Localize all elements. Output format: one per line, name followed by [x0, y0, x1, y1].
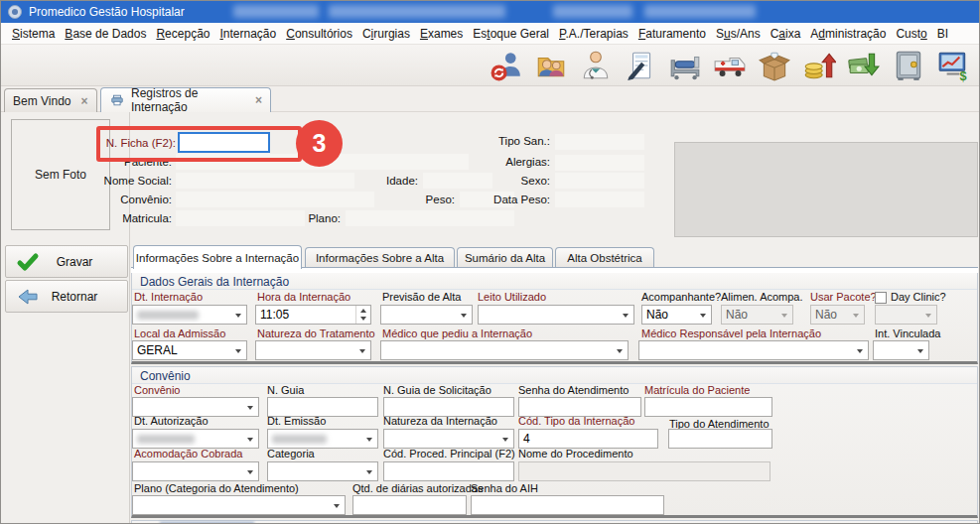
tipo-atendimento-input[interactable] [668, 429, 772, 449]
natureza-internacao-combobox[interactable] [383, 429, 514, 449]
menu-item-faturamento[interactable]: Faturamento [633, 27, 711, 41]
redacted-date [137, 435, 195, 444]
ambulance-icon[interactable] [712, 48, 748, 83]
acomodacao-cobrada-label: Acomodação Cobrada [134, 448, 242, 459]
senha-aih-input[interactable] [471, 495, 664, 515]
dropdown-arrow-icon[interactable] [354, 341, 370, 359]
menu-item-exames[interactable]: Exames [415, 27, 468, 41]
annotation-box [96, 126, 302, 162]
menu-item-caixa[interactable]: Caixa [766, 27, 806, 41]
dropdown-arrow-icon[interactable] [695, 306, 711, 324]
gravar-button[interactable]: Gravar [5, 245, 128, 278]
close-tab-icon[interactable]: × [255, 93, 262, 107]
patient-notes-panel[interactable] [674, 142, 978, 237]
money-up-icon[interactable] [801, 48, 837, 83]
medico-pediu-combobox[interactable] [380, 340, 629, 360]
peso-label: Peso: [395, 194, 455, 205]
form-tab-alta-obst-trica[interactable]: Alta Obstétrica [555, 247, 654, 268]
convenio-label: Convênio: [92, 194, 172, 205]
form-tab-informa-es-sobre-a-alta[interactable]: Informações Sobre a Alta [305, 247, 455, 268]
redacted-date [272, 435, 327, 444]
cod-tipo-internacao-input[interactable]: 4 [518, 429, 658, 449]
cod-proced-principal-input[interactable] [383, 461, 514, 481]
natureza-tratamento-combobox[interactable] [255, 340, 371, 360]
leito-utilizado-combobox[interactable] [478, 305, 634, 325]
money-down-icon[interactable] [846, 48, 882, 83]
dt-autorizacao-combobox[interactable] [132, 429, 259, 449]
hora-internacao-spinner[interactable]: 11:05 [255, 305, 371, 325]
document-tab-registros-de-interna-o[interactable]: Registros de Internação× [100, 87, 271, 112]
spinner-buttons-icon[interactable] [355, 306, 370, 324]
dt-internacao-combobox[interactable] [132, 305, 247, 325]
dropdown-arrow-icon[interactable] [612, 341, 628, 359]
chart-money-icon[interactable]: $ [935, 48, 971, 83]
dropdown-arrow-icon[interactable] [242, 462, 258, 480]
sexo-value [555, 173, 644, 189]
hospital-bed-icon[interactable] [667, 48, 703, 83]
dropdown-arrow-icon[interactable] [912, 341, 928, 359]
dropdown-arrow-icon[interactable] [242, 430, 258, 448]
menu-item-recep-o[interactable]: Recepção [151, 27, 214, 41]
annotation-badge: 3 [296, 120, 343, 167]
menu-item-cirurgias[interactable]: Cirurgias [357, 27, 415, 41]
plano-categoria-combobox[interactable] [132, 495, 346, 515]
menu-item-estoque-geral[interactable]: Estoque Geral [468, 27, 554, 41]
menu-item-sistema[interactable]: Sistema [7, 27, 60, 41]
dropdown-arrow-icon[interactable] [230, 306, 246, 324]
day-clinic-checkbox[interactable] [875, 292, 887, 304]
close-tab-icon[interactable]: × [80, 94, 87, 108]
svg-text:$: $ [959, 67, 966, 81]
n-guia-input[interactable] [267, 397, 378, 417]
matricula-paciente-input[interactable] [644, 397, 772, 417]
acompanhante-combobox[interactable]: Não [641, 305, 712, 325]
tipo-san-label: Tipo San.: [476, 135, 550, 147]
dropdown-arrow-icon[interactable] [852, 341, 868, 359]
qtd-diarias-input[interactable] [352, 495, 467, 515]
dt-emissao-combobox[interactable] [267, 429, 378, 449]
int-vinculada-combobox[interactable] [873, 340, 929, 360]
stock-box-icon[interactable] [757, 48, 792, 83]
menu-item-bi[interactable]: BI [932, 27, 953, 41]
menu-item-sus-ans[interactable]: Sus/Ans [711, 27, 766, 41]
dt-internacao-label: Dt. Internação [134, 291, 203, 303]
dropdown-arrow-icon[interactable] [618, 306, 633, 324]
acomodacao-cobrada-combobox[interactable] [132, 461, 259, 481]
dropdown-arrow-icon[interactable] [497, 430, 513, 448]
medico-responsavel-combobox[interactable] [638, 340, 869, 360]
menu-item-base-de-dados[interactable]: Base de Dados [60, 27, 151, 41]
n-guia-label: N. Guia [267, 384, 304, 396]
document-tab-bem-vindo[interactable]: Bem Vindo× [4, 88, 97, 112]
senha-aih-label: Senha do AIH [471, 482, 538, 494]
dropdown-arrow-icon [920, 306, 936, 324]
sync-user-icon[interactable] [489, 48, 524, 83]
dropdown-arrow-icon[interactable] [456, 306, 472, 324]
menu-item-consult-rios[interactable]: Consultórios [281, 27, 357, 41]
dropdown-arrow-icon[interactable] [242, 398, 258, 416]
local-admissao-combobox[interactable]: GERAL [132, 340, 247, 360]
next-group-partial [131, 520, 978, 524]
day-clinic-label: Day Clinic? [891, 291, 946, 303]
patients-folder-icon[interactable] [533, 48, 569, 83]
convenio-combobox[interactable] [132, 397, 259, 417]
safe-icon[interactable] [891, 48, 926, 83]
doctor-icon[interactable] [578, 48, 614, 83]
form-tab-informa-es-sobre-a-interna-o[interactable]: Informações Sobre a Internação [133, 245, 302, 269]
document-pen-icon[interactable] [623, 48, 658, 83]
menu-item-p-a-terapias[interactable]: P.A./Terapias [554, 27, 633, 41]
alergias-label: Alergias: [476, 156, 550, 168]
form-tab-sum-rio-da-alta[interactable]: Sumário da Alta [457, 247, 553, 268]
dados-gerais-title: Dados Gerais da Internação [140, 275, 289, 289]
dropdown-arrow-icon[interactable] [361, 462, 377, 480]
dropdown-arrow-icon[interactable] [230, 341, 246, 359]
menu-item-interna-o[interactable]: Internação [214, 27, 281, 41]
menu-item-administra-o[interactable]: Administração [805, 27, 891, 41]
dropdown-arrow-icon[interactable] [329, 496, 345, 514]
n-guia-solicitacao-input[interactable] [383, 397, 514, 417]
tipo-san-value [555, 134, 644, 150]
dropdown-arrow-icon[interactable] [361, 430, 377, 448]
retornar-button[interactable]: Retornar [5, 280, 128, 313]
senha-atendimento-input[interactable] [518, 397, 641, 417]
previsao-alta-combobox[interactable] [380, 305, 473, 325]
categoria-combobox[interactable] [267, 461, 378, 481]
menu-item-custo[interactable]: Custo [891, 27, 931, 41]
